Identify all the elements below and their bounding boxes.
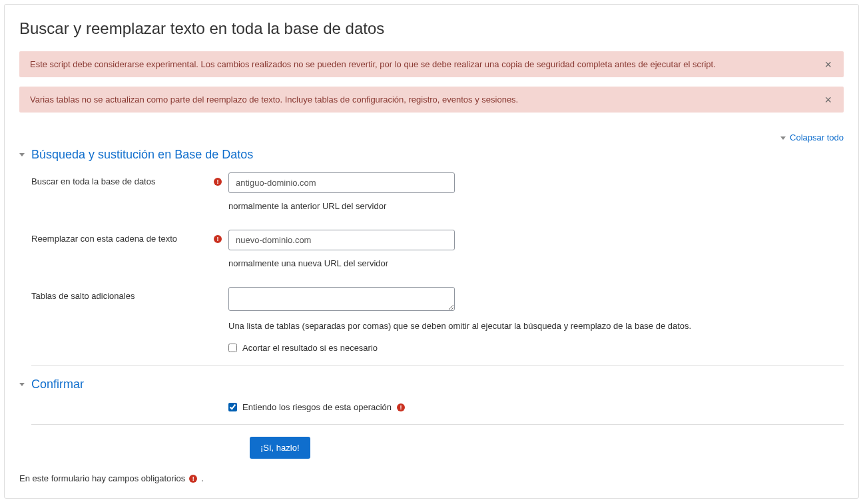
understand-checkbox[interactable] [228,403,237,411]
footer-required-note: En este formulario hay campos obligatori… [19,473,844,483]
page-title: Buscar y reemplazar texto en toda la bas… [19,19,844,38]
collapse-all-wrap: Colapsar todo [19,132,844,142]
section-confirm-header[interactable]: Confirmar [19,378,844,391]
row-shorten: Acortar el resultado si es necesario [228,343,844,353]
divider [31,424,844,425]
row-understand: Entiendo los riesgos de esta operación ! [19,402,844,412]
control-replace: normalmente una nueva URL del servidor [228,230,844,280]
row-search: Buscar en toda la base de datos ! normal… [19,172,844,223]
main-panel: Buscar y reemplazar texto en toda la bas… [4,4,859,499]
section-search-replace-header[interactable]: Búsqueda y sustitución en Base de Datos [19,148,844,162]
label-search-text: Buscar en toda la base de datos [31,176,214,186]
close-icon[interactable]: × [820,57,836,72]
close-icon[interactable]: × [820,93,836,107]
section-confirm-title: Confirmar [31,378,84,391]
footer-period: . [201,473,204,483]
search-input[interactable] [228,172,455,193]
required-icon: ! [214,235,222,243]
control-understand: Entiendo los riesgos de esta operación ! [228,402,844,412]
section-search-replace-title: Búsqueda y sustitución en Base de Datos [31,148,253,162]
row-replace: Reemplazar con esta cadena de texto ! no… [19,230,844,280]
alert-experimental-text: Este script debe considerarse experiment… [30,59,716,69]
label-replace: Reemplazar con esta cadena de texto ! [31,230,228,244]
skip-tables-textarea[interactable] [228,287,455,311]
control-search: normalmente la anterior URL del servidor [228,172,844,223]
row-skip-tables: Tablas de salto adicionales Una lista de… [19,287,844,353]
shorten-checkbox[interactable] [228,344,237,352]
label-shorten: Acortar el resultado si es necesario [242,343,378,353]
label-skip-tables-text: Tablas de salto adicionales [31,291,228,301]
chevron-down-icon [19,383,25,386]
chevron-down-icon [19,153,25,156]
label-search: Buscar en toda la base de datos ! [31,172,228,186]
required-icon: ! [189,475,197,483]
replace-input[interactable] [228,230,455,250]
alert-tables-text: Varias tablas no se actualizan como part… [30,95,518,105]
submit-button[interactable]: ¡Sí, hazlo! [250,437,310,459]
label-replace-text: Reemplazar con esta cadena de texto [31,234,214,244]
label-understand: Entiendo los riesgos de esta operación [242,402,392,412]
understand-row: Entiendo los riesgos de esta operación ! [228,402,844,412]
label-understand-empty [31,402,228,406]
label-skip-tables: Tablas de salto adicionales [31,287,228,301]
divider [31,365,844,366]
row-submit: ¡Sí, hazlo! [19,437,844,459]
control-skip-tables: Una lista de tablas (separadas por comas… [228,287,844,353]
collapse-all-link[interactable]: Colapsar todo [780,132,844,142]
help-replace: normalmente una nueva URL del servidor [228,258,844,268]
footer-required-text: En este formulario hay campos obligatori… [19,473,185,483]
required-icon: ! [397,403,405,411]
help-search: normalmente la anterior URL del servidor [228,201,844,211]
alert-experimental: Este script debe considerarse experiment… [19,51,844,77]
alert-tables-skipped: Varias tablas no se actualizan como part… [19,87,844,113]
help-skip-tables: Una lista de tablas (separadas por comas… [228,321,844,331]
required-icon: ! [214,178,222,186]
